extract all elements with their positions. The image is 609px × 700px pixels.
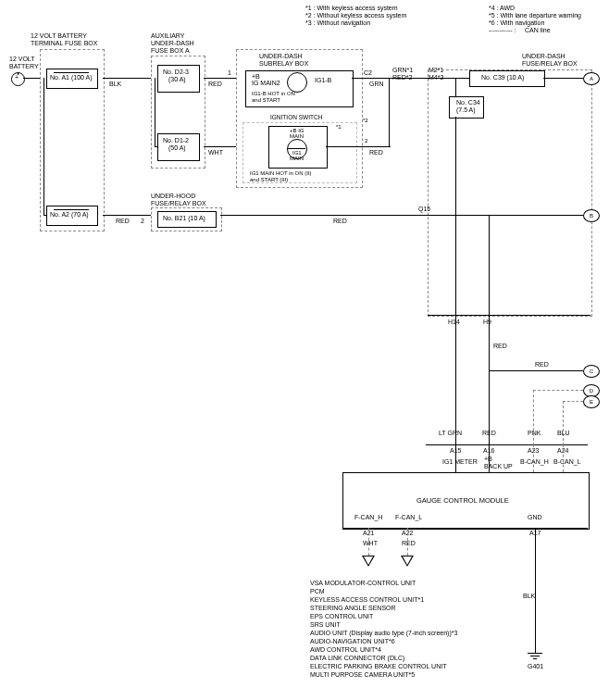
red-a16: RED xyxy=(482,430,496,437)
dest-6: AUDIO UNIT (Display audio type (7-inch s… xyxy=(310,630,457,637)
battery-label2: BATTERY xyxy=(9,63,39,70)
pin2-label: 2 xyxy=(365,138,367,144)
underdash-title2: FUSE/RELAY BOX xyxy=(522,60,578,68)
ltgrn: LT GRN xyxy=(439,430,462,437)
legend-can: CAN line xyxy=(525,27,551,34)
h14-label: H14 xyxy=(448,319,460,326)
dest-4: EPS CONTROL UNIT xyxy=(310,613,373,620)
fuse-d12-label: No. D1-2 xyxy=(163,137,189,144)
fuse-d23-label: No. D2-3 xyxy=(163,69,189,76)
grnred1: GRN*1 xyxy=(392,67,413,74)
termbox-title1: 12 VOLT BATTERY xyxy=(31,32,87,40)
ignition-title: IGNITION SWITCH xyxy=(270,114,322,120)
node-a: A xyxy=(583,72,600,85)
battery-label1: 12 VOLT xyxy=(9,56,35,63)
wire-red-b21in: RED xyxy=(116,218,130,225)
h9-label: H9 xyxy=(483,319,491,326)
termbox-title2: TERMINAL FUSE BOX xyxy=(31,40,97,47)
wire-blk xyxy=(103,78,151,79)
pnk: PNK xyxy=(528,430,541,437)
legend-n2: *2 : Without keyless access system xyxy=(305,12,406,19)
relay1note1: IG1-B HOT in ON xyxy=(252,91,295,97)
fuse-c34-amp: (7.5 A) xyxy=(456,106,476,114)
fcanl-bus xyxy=(401,556,414,567)
underdash-title1: UNDER-DASH xyxy=(522,53,566,60)
dest-5: SRS UNIT xyxy=(310,621,341,629)
dest-11: MULTI PURPOSE CAMERA UNIT*5 xyxy=(310,671,415,679)
dest-10: ELECTRIC PARKING BRAKE CONTROL UNIT xyxy=(310,663,446,670)
dest-7: AUDIO-NAVIGATION UNIT*6 xyxy=(310,638,395,645)
subrelay-title1: UNDER-DASH xyxy=(259,53,303,60)
q15-label: Q15 xyxy=(418,206,430,213)
g401: G401 xyxy=(528,663,543,670)
red-a22: RED xyxy=(402,540,416,547)
gnd-label: GND xyxy=(528,514,542,521)
dest-1: PCM xyxy=(310,588,325,595)
node-b: B xyxy=(583,209,600,222)
node-c: C xyxy=(583,365,600,378)
wire-red-top xyxy=(204,78,236,79)
legend-n1: *1 : With keyless access system xyxy=(305,5,398,12)
fuse-c34-label: No. C34 xyxy=(456,99,480,106)
wire-batt-out xyxy=(23,78,40,79)
fcanl: F-CAN_L xyxy=(395,514,422,521)
wire-red-c: RED xyxy=(535,361,549,369)
ig1meter: IG1 METER xyxy=(442,458,478,466)
wiring-diagram: *1 : With keyless access system *2 : Wit… xyxy=(0,0,609,700)
wire-red-h9: RED xyxy=(493,343,507,350)
fuse-d23-amp: (30 A) xyxy=(168,76,186,83)
bcanl: B-CAN_L xyxy=(553,458,581,466)
fuse-a1-label: No. A1 (100 A) xyxy=(50,74,93,81)
wire-red-top-label: RED xyxy=(208,81,222,88)
fcanh: F-CAN_H xyxy=(354,514,382,521)
bcanh: B-CAN_H xyxy=(520,458,549,466)
fuse-d12-amp: (50 A) xyxy=(168,144,186,152)
relay1note2: and START xyxy=(252,97,280,104)
underhood-title1: UNDER-HOOD xyxy=(151,193,195,200)
relay2note1: IG1 MAIN HOT in ON (II) xyxy=(250,170,312,177)
fuse-c39-label: No. C39 (10 A) xyxy=(481,74,524,81)
dest-3: STEERING ANGLE SENSOR xyxy=(310,605,396,612)
relay1name: IG1-B xyxy=(315,77,331,84)
dest-2: KEYLESS ACCESS CONTROL UNIT*1 xyxy=(310,596,424,604)
wire-red-q15: RED xyxy=(333,218,347,225)
sup-star1: *1 xyxy=(336,124,342,131)
node-e: E xyxy=(583,395,600,408)
dest-0: VSA MODULATOR-CONTROL UNIT xyxy=(310,580,416,587)
fcanh-bus xyxy=(362,556,375,567)
relay2note2: and START (III) xyxy=(250,177,288,183)
dest-9: DATA LINK CONNECTOR (DLC) xyxy=(310,655,404,662)
wire-wht-label: WHT xyxy=(208,149,223,156)
legend-n4: *4 : AWD xyxy=(489,5,515,12)
wht-a21: WHT xyxy=(363,540,378,547)
auxbox-title1: AUXILIARY xyxy=(151,32,184,40)
sup-star2: *2 xyxy=(363,118,368,124)
underhood-title2: FUSE/RELAY BOX xyxy=(151,200,206,207)
relay1b: IG MAIN2 xyxy=(252,80,280,87)
wire-red-relay2: RED xyxy=(369,149,383,156)
relay2d: MAIN xyxy=(290,156,304,162)
blk-gnd: BLK xyxy=(523,593,535,600)
relay1-coil xyxy=(287,72,307,93)
auxbox-title2: UNDER-DASH xyxy=(151,40,194,47)
legend-can-marker: ----------- : xyxy=(489,27,516,34)
wire-grn: GRN xyxy=(369,81,384,88)
pin1-top: 1 xyxy=(228,69,231,77)
subrelay-title2: SUBRELAY BOX xyxy=(259,60,308,68)
wire-wht xyxy=(204,146,236,147)
legend-n6: *6 : With navigation xyxy=(489,19,544,27)
module-name: GAUGE CONTROL MODULE xyxy=(416,497,509,505)
pin2-uh: 2 xyxy=(141,218,144,225)
legend-n3: *3 : Without navigation xyxy=(305,19,370,27)
dest-8: AWD CONTROL UNIT*4 xyxy=(310,646,381,654)
auxbox-title3: FUSE BOX A xyxy=(151,47,190,55)
fuse-b21-label: No. B21 (10 A) xyxy=(163,215,205,222)
grnred2: RED*2 xyxy=(392,74,412,81)
wire-blk-label: BLK xyxy=(109,81,121,88)
blu: BLU xyxy=(557,430,570,437)
c2-label: C2 xyxy=(364,69,372,77)
fuse-a2-label: No. A2 (70 A) xyxy=(50,211,89,219)
legend-n5: *5 : With lane departure warning xyxy=(489,12,581,19)
